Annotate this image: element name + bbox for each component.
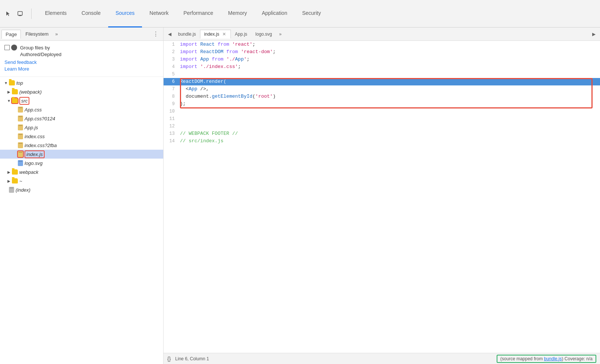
subtab-page[interactable]: Page — [1, 30, 21, 39]
editor-tab-prev-icon[interactable]: ◀ — [165, 30, 174, 39]
line-code: import './index.css'; — [178, 63, 600, 71]
file-icon-index-js — [18, 151, 23, 157]
line-code: <App />, — [178, 85, 600, 93]
tab-sources[interactable]: Sources — [108, 0, 142, 27]
subtab-filesystem[interactable]: Filesystem — [22, 30, 52, 38]
file-icon-app-css-0124 — [18, 116, 23, 121]
coverage-text: Coverage: n/a — [565, 356, 593, 361]
tree-item-index-css-2fba[interactable]: index.css?2fba — [0, 141, 163, 150]
tree-arrow-index-css — [12, 133, 18, 139]
tree-label-index: (index) — [16, 187, 30, 193]
sub-tabs: Page Filesystem » ⋮ — [0, 27, 163, 41]
line-code: // src/index.js — [178, 137, 600, 145]
svg-rect-0 — [18, 12, 22, 15]
subtab-more-icon[interactable]: » — [53, 30, 60, 38]
status-bar: {} Line 6, Column 1 (source mapped from … — [164, 353, 600, 364]
editor-tabs-nav-right-icon[interactable]: ▶ — [589, 30, 599, 38]
line-number: 10 — [164, 108, 178, 115]
tree-item-logo-svg[interactable]: logo.svg — [0, 159, 163, 168]
line-number: 7 — [164, 85, 178, 93]
file-tree: ▼ top ▶ (webpack) ▼ src App.css — [0, 77, 163, 364]
status-bar-left: {} Line 6, Column 1 — [167, 356, 209, 362]
tree-item-webpack[interactable]: ▶ (webpack) — [0, 87, 163, 96]
main-nav-tabs: Elements Console Sources Network Perform… — [38, 0, 597, 27]
line-number: 13 — [164, 130, 178, 137]
line-number: 8 — [164, 93, 178, 100]
file-icon-app-js — [18, 124, 23, 130]
tree-label-tilde: ~ — [19, 178, 22, 184]
line-code: document.getElementById('root') — [178, 93, 600, 100]
authored-icon — [11, 45, 17, 51]
tree-arrow-logo-svg — [12, 160, 18, 166]
line-number: 11 — [164, 115, 178, 123]
source-map-info: (source mapped from bundle.js) Coverage:… — [497, 355, 596, 363]
tree-item-index-js[interactable]: index.js — [0, 150, 163, 159]
tab-console[interactable]: Console — [74, 0, 108, 27]
editor-tab-close-icon[interactable]: ✕ — [222, 32, 227, 37]
line-code: // WEBPACK FOOTER // — [178, 130, 600, 137]
line-code: import ReactDOM from 'react-dom'; — [178, 48, 600, 56]
file-icon-index-css-2fba — [18, 142, 23, 148]
editor-tab-app-js[interactable]: App.js — [231, 30, 251, 39]
source-mapped-text: (source mapped from — [500, 356, 543, 361]
line-number: 6 — [164, 78, 178, 85]
tab-application[interactable]: Application — [254, 0, 295, 27]
format-icon[interactable]: {} — [167, 356, 171, 362]
editor-tab-index-js[interactable]: index.js ✕ — [200, 30, 231, 39]
tree-item-app-css-0124[interactable]: App.css?0124 — [0, 114, 163, 123]
right-panel: ◀ bundle.js index.js ✕ App.js logo.svg »… — [164, 27, 600, 364]
line-number: 9 — [164, 100, 178, 108]
tree-label-app-css: App.css — [25, 107, 42, 113]
tree-label-top: top — [16, 80, 23, 86]
bundle-link[interactable]: bundle.js — [544, 356, 562, 361]
editor-tabs-more-icon[interactable]: » — [276, 30, 285, 38]
tab-performance[interactable]: Performance — [176, 0, 220, 27]
tab-network[interactable]: Network — [142, 0, 176, 27]
tree-item-app-css[interactable]: App.css — [0, 105, 163, 114]
line-code: ReactDOM.render( — [178, 78, 600, 85]
line-code — [178, 108, 600, 115]
file-icon-logo-svg — [18, 160, 23, 166]
tab-memory[interactable]: Memory — [221, 0, 255, 27]
editor-tab-bundle-js[interactable]: bundle.js — [174, 30, 200, 39]
svg-rect-1 — [19, 15, 22, 16]
tree-arrow-tilde: ▶ — [6, 178, 12, 184]
tree-arrow-index-js — [12, 151, 18, 157]
tree-item-app-js[interactable]: App.js — [0, 123, 163, 132]
tree-arrow-app-css-0124 — [12, 116, 18, 121]
editor-tab-logo-svg[interactable]: logo.svg — [251, 30, 276, 39]
inspect-icon[interactable] — [15, 9, 25, 19]
tree-label-src: src — [19, 97, 29, 105]
line-code — [178, 71, 600, 78]
subtab-menu-icon[interactable]: ⋮ — [150, 29, 162, 39]
tree-arrow-top: ▼ — [3, 80, 9, 86]
toolbar: Elements Console Sources Network Perform… — [0, 0, 600, 27]
tab-elements[interactable]: Elements — [38, 0, 74, 27]
tree-label-index-css-2fba: index.css?2fba — [25, 143, 57, 148]
status-bar-right: (source mapped from bundle.js) Coverage:… — [497, 355, 596, 363]
tree-item-tilde[interactable]: ▶ ~ — [0, 176, 163, 185]
tree-item-webpack-folder[interactable]: ▶ webpack — [0, 168, 163, 176]
group-files-checkbox-wrap — [4, 45, 17, 51]
folder-icon-webpack-folder — [12, 169, 18, 175]
file-icon-app-css — [18, 107, 23, 113]
group-checkbox[interactable] — [4, 45, 10, 50]
tree-label-webpack: (webpack) — [19, 89, 42, 95]
tab-security[interactable]: Security — [295, 0, 329, 27]
code-editor[interactable]: 1import React from 'react';2import React… — [164, 41, 600, 353]
line-number: 1 — [164, 41, 178, 48]
left-panel: Page Filesystem » ⋮ Group files by Autho… — [0, 27, 164, 364]
tree-item-index[interactable]: (index) — [0, 185, 163, 194]
tree-item-src[interactable]: ▼ src — [0, 96, 163, 105]
learn-more-link[interactable]: Learn More — [4, 66, 159, 72]
tree-item-index-css[interactable]: index.css — [0, 132, 163, 141]
tree-arrow-webpack: ▶ — [6, 89, 12, 95]
line-number: 5 — [164, 71, 178, 78]
send-feedback-link[interactable]: Send feedback — [4, 59, 159, 65]
tree-label-index-js: index.js — [25, 150, 45, 158]
tree-item-top[interactable]: ▼ top — [0, 78, 163, 87]
line-code — [178, 115, 600, 123]
cursor-icon[interactable] — [3, 9, 13, 19]
tree-label-logo-svg: logo.svg — [25, 160, 42, 166]
line-number: 2 — [164, 48, 178, 56]
